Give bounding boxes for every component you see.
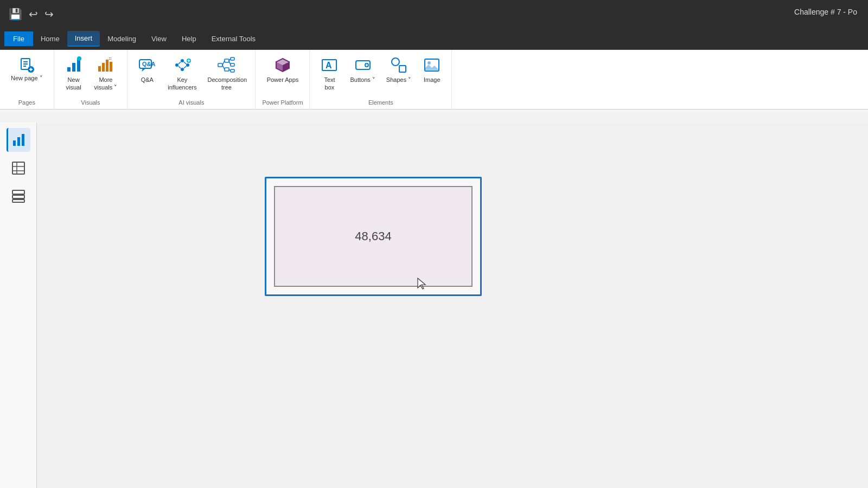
visuals-section-label: Visuals xyxy=(81,99,100,106)
ai-visuals-section-label: AI visuals xyxy=(178,99,204,106)
card-visual-outer[interactable]: 48,634 xyxy=(265,177,482,296)
new-visual-button[interactable]: Newvisual xyxy=(60,53,88,95)
ribbon-section-pages: New page ˅ Pages xyxy=(0,50,54,109)
table-sidebar-icon xyxy=(11,161,25,175)
decomp-tree-label: Decompositiontree xyxy=(207,76,245,92)
card-value: 48,634 xyxy=(355,229,391,243)
svg-point-45 xyxy=(392,58,399,66)
menu-item-modeling[interactable]: Modeling xyxy=(100,31,144,46)
svg-rect-12 xyxy=(102,63,105,72)
menu-item-external-tools[interactable]: External Tools xyxy=(204,31,263,46)
more-visuals-button[interactable]: Morevisuals ˅ xyxy=(90,53,122,95)
svg-point-17 xyxy=(175,63,178,67)
ribbon-section-power-platform: Power Apps Power Platform xyxy=(256,50,310,109)
bar-chart-sidebar-icon xyxy=(12,133,26,147)
menu-item-insert[interactable]: Insert xyxy=(67,31,100,47)
text-box-icon: A xyxy=(321,56,338,74)
menu-item-file[interactable]: File xyxy=(4,31,33,46)
svg-rect-32 xyxy=(231,63,234,66)
title-bar: 💾 ↩ ↪ Challenge # 7 - Po xyxy=(0,0,868,28)
key-influencers-icon xyxy=(174,56,191,74)
svg-line-35 xyxy=(222,65,225,69)
qanda-icon: Q&A xyxy=(138,56,156,74)
image-label: Image xyxy=(424,76,441,84)
new-page-label: New page ˅ xyxy=(11,75,43,82)
svg-line-21 xyxy=(178,62,181,64)
svg-rect-14 xyxy=(110,62,112,72)
svg-rect-51 xyxy=(22,134,24,146)
redo-icon[interactable]: ↪ xyxy=(44,8,54,21)
qanda-button[interactable]: Q&A Q&A xyxy=(133,53,161,87)
decomposition-tree-button[interactable]: Decompositiontree xyxy=(203,53,250,95)
svg-rect-13 xyxy=(106,60,108,72)
svg-rect-52 xyxy=(12,162,24,174)
power-apps-button[interactable]: Power Apps xyxy=(263,53,303,87)
svg-rect-29 xyxy=(225,59,229,62)
sidebar-icon-table[interactable] xyxy=(7,156,30,180)
svg-rect-58 xyxy=(12,200,24,202)
title-bar-left: 💾 ↩ ↪ xyxy=(9,8,54,21)
stacked-sidebar-icon xyxy=(11,189,25,203)
key-influencers-label: Keyinfluencers xyxy=(168,76,196,92)
new-page-icon xyxy=(18,56,35,74)
ribbon-section-visuals: Newvisual Morevisuals ˅ Visuals xyxy=(54,50,128,109)
svg-line-22 xyxy=(178,66,181,68)
svg-line-24 xyxy=(184,66,186,68)
buttons-button[interactable]: Buttons ˅ xyxy=(346,53,379,87)
svg-line-23 xyxy=(184,62,186,64)
svg-line-34 xyxy=(222,61,225,65)
ribbon-section-pp-content: Power Apps xyxy=(263,53,303,97)
save-icon[interactable]: 💾 xyxy=(9,8,22,21)
sidebar-icon-bar-chart[interactable] xyxy=(7,128,30,152)
svg-text:A: A xyxy=(326,61,332,70)
shapes-button[interactable]: Shapes ˅ xyxy=(382,53,416,87)
ribbon: New page ˅ Pages Newvisual xyxy=(0,50,868,110)
menu-item-view[interactable]: View xyxy=(144,31,174,46)
qanda-label: Q&A xyxy=(141,76,154,84)
ribbon-section-elements-content: A Textbox Buttons ˅ Shapes ˅ xyxy=(315,53,446,97)
pages-section-label: Pages xyxy=(18,99,35,106)
text-box-label: Textbox xyxy=(324,76,335,92)
ribbon-section-ai-visuals: Q&A Q&A Keyinfluencers xyxy=(127,50,256,109)
ribbon-section-pages-content: New page ˅ xyxy=(5,53,48,97)
sidebar-icon-stacked[interactable] xyxy=(7,184,30,208)
text-box-button[interactable]: A Textbox xyxy=(315,53,343,95)
card-visual-inner: 48,634 xyxy=(274,186,473,287)
new-visual-icon xyxy=(65,56,82,74)
svg-point-18 xyxy=(181,59,184,62)
svg-point-19 xyxy=(181,68,184,71)
svg-rect-30 xyxy=(225,68,229,71)
svg-text:Q&A: Q&A xyxy=(142,61,156,67)
key-influencers-button[interactable]: Keyinfluencers xyxy=(163,53,201,95)
svg-rect-57 xyxy=(12,195,24,198)
decomp-tree-icon xyxy=(218,56,235,74)
menu-bar: File Home Insert Modeling View Help Exte… xyxy=(0,28,868,50)
svg-rect-50 xyxy=(17,137,20,146)
new-page-button[interactable]: New page ˅ xyxy=(5,53,48,85)
svg-point-48 xyxy=(427,61,431,65)
new-visual-label: Newvisual xyxy=(66,76,81,92)
buttons-label: Buttons ˅ xyxy=(350,76,375,84)
svg-point-20 xyxy=(186,63,189,67)
canvas-area: 48,634 xyxy=(37,123,868,488)
svg-rect-7 xyxy=(67,67,71,72)
elements-section-label: Elements xyxy=(368,99,393,106)
buttons-icon xyxy=(354,56,372,74)
svg-point-10 xyxy=(77,56,81,61)
shapes-label: Shapes ˅ xyxy=(386,76,411,84)
left-sidebar xyxy=(0,123,37,488)
power-apps-icon xyxy=(274,56,291,74)
ribbon-section-ai-content: Q&A Q&A Keyinfluencers xyxy=(133,53,250,97)
undo-icon[interactable]: ↩ xyxy=(29,8,38,21)
power-platform-section-label: Power Platform xyxy=(262,99,303,106)
svg-rect-33 xyxy=(231,69,234,72)
image-button[interactable]: Image xyxy=(418,53,446,87)
svg-rect-56 xyxy=(12,190,24,194)
svg-rect-46 xyxy=(399,66,406,72)
menu-item-help[interactable]: Help xyxy=(174,31,204,46)
shapes-icon xyxy=(390,56,407,74)
svg-rect-49 xyxy=(13,140,16,146)
menu-item-home[interactable]: Home xyxy=(33,31,67,46)
svg-line-37 xyxy=(229,61,231,65)
ribbon-section-elements: A Textbox Buttons ˅ Shapes ˅ xyxy=(310,50,452,109)
